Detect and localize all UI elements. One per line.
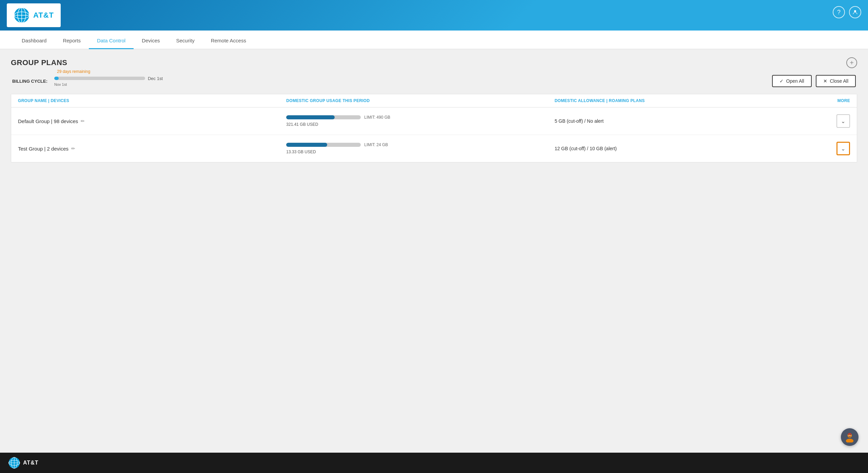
billing-bar: Dec 1st	[54, 76, 163, 81]
table-row: Default Group | 98 devices ✏ LIMIT: 490 …	[11, 107, 857, 135]
usage-bar-wrap: LIMIT: 24 GB	[286, 142, 554, 147]
chat-avatar-icon	[844, 432, 855, 442]
expand-button-default[interactable]: ⌄	[836, 114, 850, 128]
usage-bar-fill	[286, 143, 327, 147]
open-all-label: Open All	[786, 78, 804, 84]
billing-remaining: 29 days remaining	[57, 69, 90, 74]
billing-actions: ✓ Open All ✕ Close All	[772, 75, 856, 87]
table-header-group-name: GROUP NAME | DEVICES	[18, 98, 286, 103]
footer-globe-icon	[8, 457, 20, 469]
header: AT&T ?	[0, 0, 868, 31]
close-all-icon: ✕	[823, 78, 827, 84]
table-header-more: MORE	[823, 98, 850, 103]
footer-logo-text: AT&T	[23, 460, 38, 466]
svg-point-5	[854, 10, 856, 12]
footer-logo: AT&T	[8, 457, 38, 469]
header-icons: ?	[833, 6, 861, 18]
nav-item-devices[interactable]: Devices	[134, 33, 168, 49]
add-group-button[interactable]: +	[846, 57, 857, 68]
nav-item-remote-access[interactable]: Remote Access	[203, 33, 254, 49]
group-name-default: Default Group | 98 devices ✏	[18, 118, 286, 124]
help-button[interactable]: ?	[833, 6, 845, 18]
open-all-icon: ✓	[780, 78, 784, 84]
usage-used: 13.33 GB USED	[286, 150, 316, 154]
table-header-allowance: DOMESTIC ALLOWANCE | ROAMING PLANS	[555, 98, 823, 103]
nav-item-reports[interactable]: Reports	[55, 33, 89, 49]
usage-bar-track	[286, 115, 361, 119]
expand-button-test[interactable]: ⌄	[836, 142, 850, 155]
billing-start-date: Nov 1st	[54, 82, 67, 86]
billing-dates: Nov 1st	[54, 82, 163, 86]
billing-progress-fill	[54, 77, 59, 80]
allowance-cell-default: 5 GB (cut-off) / No alert	[555, 118, 823, 124]
billing-section: BILLING CYCLE: 29 days remaining Dec 1st…	[11, 75, 857, 87]
chat-bubble[interactable]	[841, 428, 859, 446]
close-all-button[interactable]: ✕ Close All	[816, 75, 856, 87]
section-header: GROUP PLANS +	[11, 57, 857, 68]
edit-icon-test[interactable]: ✏	[71, 146, 75, 151]
usage-limit: LIMIT: 24 GB	[364, 142, 388, 147]
nav-item-dashboard[interactable]: Dashboard	[14, 33, 55, 49]
nav-item-data-control[interactable]: Data Control	[89, 33, 134, 49]
group-name-label: Default Group | 98 devices	[18, 118, 78, 124]
allowance-cell-test: 12 GB (cut-off) / 10 GB (alert)	[555, 146, 823, 151]
svg-point-12	[846, 439, 853, 442]
billing-end-date: Dec 1st	[148, 76, 163, 81]
billing-bar-container: 29 days remaining Dec 1st Nov 1st	[54, 76, 163, 86]
table-header-usage: DOMESTIC GROUP USAGE THIS PERIOD	[286, 98, 554, 103]
usage-cell-default: LIMIT: 490 GB 321.41 GB USED	[286, 115, 554, 127]
edit-icon-default[interactable]: ✏	[81, 118, 85, 124]
group-name-test: Test Group | 2 devices ✏	[18, 146, 286, 152]
usage-bar-wrap: LIMIT: 490 GB	[286, 115, 554, 120]
logo-area: AT&T	[7, 3, 61, 27]
table-header: GROUP NAME | DEVICES DOMESTIC GROUP USAG…	[11, 94, 857, 107]
usage-bar-fill	[286, 115, 335, 119]
usage-limit: LIMIT: 490 GB	[364, 115, 390, 120]
usage-bar-track	[286, 143, 361, 147]
nav-item-security[interactable]: Security	[168, 33, 203, 49]
billing-progress-track	[54, 77, 145, 80]
open-all-button[interactable]: ✓ Open All	[772, 75, 812, 87]
usage-cell-test: LIMIT: 24 GB 13.33 GB USED	[286, 142, 554, 155]
billing-label: BILLING CYCLE:	[12, 79, 47, 84]
table-row: Test Group | 2 devices ✏ LIMIT: 24 GB 13…	[11, 135, 857, 162]
group-table: GROUP NAME | DEVICES DOMESTIC GROUP USAG…	[11, 94, 857, 162]
user-button[interactable]	[849, 6, 861, 18]
usage-used: 321.41 GB USED	[286, 122, 318, 127]
main-content: GROUP PLANS + BILLING CYCLE: 29 days rem…	[0, 49, 868, 453]
logo-text: AT&T	[33, 11, 54, 20]
nav-bar: Dashboard Reports Data Control Devices S…	[0, 31, 868, 49]
page-title: GROUP PLANS	[11, 58, 67, 67]
close-all-label: Close All	[830, 78, 848, 84]
att-globe-icon	[14, 7, 30, 23]
footer: AT&T	[0, 453, 868, 473]
group-name-label: Test Group | 2 devices	[18, 146, 68, 152]
